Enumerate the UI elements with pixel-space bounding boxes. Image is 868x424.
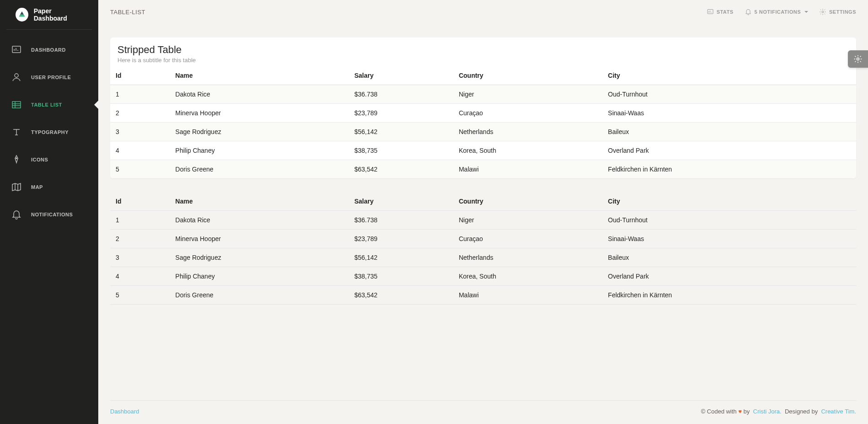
sidebar-item-table-list[interactable]: TABLE LIST	[0, 91, 98, 118]
col-id: Id	[110, 66, 170, 85]
cell-id: 5	[110, 160, 170, 179]
cell-name: Doris Greene	[170, 286, 349, 305]
table-row: 5Doris Greene$63,542MalawiFeldkirchen in…	[110, 286, 856, 305]
cell-salary: $56,142	[349, 248, 453, 267]
svg-rect-0	[12, 46, 21, 53]
col-salary: Salary	[349, 192, 453, 211]
cell-country: Netherlands	[453, 248, 602, 267]
cell-name: Sage Rodriguez	[170, 123, 349, 141]
dashboard-icon	[11, 44, 22, 55]
cell-salary: $38,735	[349, 141, 453, 160]
cell-city: Sinaai-Waas	[602, 230, 856, 248]
col-country: Country	[453, 192, 602, 211]
cell-name: Dakota Rice	[170, 85, 349, 104]
cell-name: Philip Chaney	[170, 141, 349, 160]
typography-icon	[11, 127, 22, 138]
chart-icon	[707, 8, 714, 16]
cell-id: 5	[110, 286, 170, 305]
card-subtitle: Here is a subtitle for this table	[117, 57, 849, 64]
cell-salary: $63,542	[349, 160, 453, 179]
cell-country: Malawi	[453, 160, 602, 179]
cell-country: Curaçao	[453, 230, 602, 248]
cell-city: Oud-Turnhout	[602, 211, 856, 230]
cell-id: 2	[110, 230, 170, 248]
cell-id: 1	[110, 85, 170, 104]
footer-designer-link[interactable]: Creative Tim.	[821, 408, 856, 415]
cell-salary: $36.738	[349, 85, 453, 104]
stripped-table-card: Stripped Table Here is a subtitle for th…	[110, 38, 856, 178]
table-row: 2Minerva Hooper$23,789CuraçaoSinaai-Waas	[110, 104, 856, 123]
footer-left-link[interactable]: Dashboard	[110, 408, 139, 415]
topbar-settings[interactable]: SETTINGS	[819, 8, 856, 16]
topbar-stats-label: STATS	[717, 9, 734, 15]
brand-logo-icon	[16, 8, 28, 21]
cell-city: Baileux	[602, 123, 856, 141]
cell-id: 3	[110, 248, 170, 267]
settings-fab[interactable]	[848, 50, 868, 68]
table-icon	[11, 99, 22, 110]
cell-salary: $23,789	[349, 230, 453, 248]
sidebar-item-typography[interactable]: TYPOGRAPHY	[0, 118, 98, 146]
table-row: 4Philip Chaney$38,735Korea, SouthOverlan…	[110, 267, 856, 286]
bell-icon	[11, 209, 22, 220]
cell-country: Malawi	[453, 286, 602, 305]
cell-salary: $38,735	[349, 267, 453, 286]
svg-point-5	[822, 11, 824, 13]
cell-salary: $36.738	[349, 211, 453, 230]
svg-point-1	[15, 74, 18, 77]
footer-author-link[interactable]: Cristi Jora.	[753, 408, 782, 415]
chevron-down-icon	[804, 11, 808, 13]
cell-country: Curaçao	[453, 104, 602, 123]
col-id: Id	[110, 192, 170, 211]
cell-name: Minerva Hooper	[170, 104, 349, 123]
sidebar-item-label: TABLE LIST	[31, 102, 62, 107]
footer: Dashboard © Coded with ♥ by Cristi Jora.…	[110, 400, 856, 424]
sidebar-item-icons[interactable]: ICONS	[0, 146, 98, 173]
sidebar-item-map[interactable]: MAP	[0, 173, 98, 201]
svg-rect-2	[12, 102, 21, 108]
cell-city: Baileux	[602, 248, 856, 267]
sidebar-item-notifications[interactable]: NOTIFICATIONS	[0, 201, 98, 228]
cell-name: Minerva Hooper	[170, 230, 349, 248]
col-country: Country	[453, 66, 602, 85]
cell-name: Doris Greene	[170, 160, 349, 179]
cell-salary: $56,142	[349, 123, 453, 141]
cell-country: Korea, South	[453, 267, 602, 286]
sidebar-item-user-profile[interactable]: USER PROFILE	[0, 64, 98, 91]
topbar-notifications[interactable]: 5 NOTIFICATIONS	[745, 8, 808, 16]
table-row: 5Doris Greene$63,542MalawiFeldkirchen in…	[110, 160, 856, 179]
table-row: 2Minerva Hooper$23,789CuraçaoSinaai-Waas	[110, 230, 856, 248]
table-row: 4Philip Chaney$38,735Korea, SouthOverlan…	[110, 141, 856, 160]
cell-country: Korea, South	[453, 141, 602, 160]
sidebar-item-label: USER PROFILE	[31, 75, 71, 80]
topbar-notifications-label: 5 NOTIFICATIONS	[755, 9, 801, 15]
cell-id: 3	[110, 123, 170, 141]
cell-city: Feldkirchen in Kärnten	[602, 160, 856, 179]
table-row: 1Dakota Rice$36.738NigerOud-Turnhout	[110, 85, 856, 104]
table-row: 3Sage Rodriguez$56,142NetherlandsBaileux	[110, 123, 856, 141]
card-title: Stripped Table	[117, 44, 849, 56]
col-city: City	[602, 66, 856, 85]
bell-icon	[745, 8, 752, 16]
cell-country: Niger	[453, 85, 602, 104]
cell-city: Overland Park	[602, 141, 856, 160]
footer-credits: © Coded with ♥ by Cristi Jora. Designed …	[701, 408, 856, 415]
table-row: 3Sage Rodriguez$56,142NetherlandsBaileux	[110, 248, 856, 267]
user-icon	[11, 72, 22, 83]
topbar-stats[interactable]: STATS	[707, 8, 734, 16]
cell-name: Philip Chaney	[170, 267, 349, 286]
cell-id: 4	[110, 267, 170, 286]
col-name: Name	[170, 192, 349, 211]
topbar-settings-label: SETTINGS	[829, 9, 856, 15]
sidebar-item-label: ICONS	[31, 157, 48, 162]
table-header-row: Id Name Salary Country City	[110, 192, 856, 211]
heart-icon: ♥	[738, 408, 742, 415]
sidebar-item-dashboard[interactable]: DASHBOARD	[0, 36, 98, 64]
cell-country: Niger	[453, 211, 602, 230]
sidebar-item-label: NOTIFICATIONS	[31, 212, 73, 217]
cell-id: 4	[110, 141, 170, 160]
sidebar-logo[interactable]: Paper Dashboard	[6, 0, 92, 30]
page-title: TABLE-LIST	[110, 9, 145, 16]
pen-icon	[11, 154, 22, 165]
svg-point-6	[857, 58, 859, 60]
